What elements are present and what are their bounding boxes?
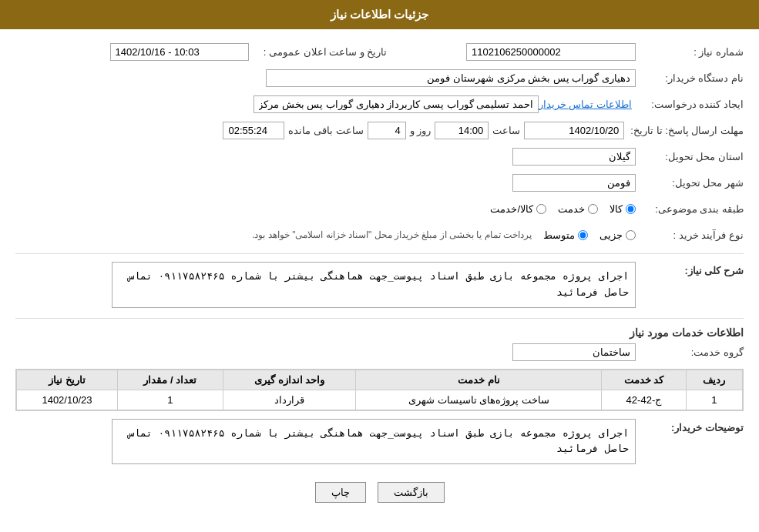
category-row: طبقه بندی موضوعی: کالا خدمت کالا/خدمت xyxy=(15,198,744,219)
description-label: شرح کلی نیاز: xyxy=(636,262,744,276)
requester-input[interactable] xyxy=(254,95,539,113)
divider-2 xyxy=(15,318,744,319)
col-header-name: نام خدمت xyxy=(356,370,602,390)
buyer-notes-section: توضیحات خریدار: اجرای پروژه مجموعه بازی … xyxy=(15,419,744,467)
city-value-cell xyxy=(15,174,636,192)
buyer-org-value-cell xyxy=(15,69,636,87)
page-header: جزئیات اطلاعات نیاز xyxy=(0,0,759,29)
category-radio-kala[interactable] xyxy=(626,204,636,214)
table-row: 1 ج-42-42 ساخت پروژه‌های تاسیسات شهری قر… xyxy=(17,390,743,410)
service-group-row: گروه خدمت: xyxy=(15,343,744,361)
buyer-org-input[interactable] xyxy=(266,69,636,87)
need-number-row: شماره نیاز : تاریخ و ساعت اعلان عمومی : xyxy=(15,41,744,62)
purchase-type-radio-motawaset[interactable] xyxy=(578,230,588,240)
province-label: استان محل تحویل: xyxy=(636,151,744,162)
service-group-input[interactable] xyxy=(512,343,636,361)
buyer-org-label: نام دستگاه خریدار: xyxy=(636,72,744,84)
col-header-row: ردیف xyxy=(686,370,742,390)
purchase-type-label-motawaset: متوسط xyxy=(543,229,575,241)
services-table: ردیف کد خدمت نام خدمت واحد اندازه گیری ت… xyxy=(16,370,743,410)
cell-service-name: ساخت پروژه‌های تاسیسات شهری xyxy=(356,390,602,410)
purchase-type-note: پرداخت تمام یا بخشی از مبلغ خریداز محل "… xyxy=(252,229,532,240)
deadline-label: مهلت ارسال پاسخ: تا تاریخ: xyxy=(624,125,744,136)
city-label: شهر محل تحویل: xyxy=(636,177,744,189)
bottom-buttons: بازگشت چاپ xyxy=(15,482,744,514)
content-area: شماره نیاز : تاریخ و ساعت اعلان عمومی : … xyxy=(0,29,759,526)
category-label-khedmat: خدمت xyxy=(558,203,585,215)
contact-info-link[interactable]: اطلاعات تماس خریدار xyxy=(539,99,632,110)
category-value-cell: کالا خدمت کالا/خدمت xyxy=(15,203,636,215)
province-row: استان محل تحویل: xyxy=(15,146,744,167)
buyer-notes-value-area: اجرای پروژه مجموعه بازی طبق اسناد پیوست_… xyxy=(15,419,636,467)
purchase-type-radio-group: جزیی متوسط xyxy=(543,229,636,241)
description-textarea[interactable]: اجرای پروژه مجموعه بازی طبق اسناد پیوست_… xyxy=(112,262,636,308)
services-table-container: ردیف کد خدمت نام خدمت واحد اندازه گیری ت… xyxy=(15,369,744,411)
purchase-type-option-motawaset: متوسط xyxy=(543,229,588,241)
cell-qty: 1 xyxy=(117,390,223,410)
page-wrapper: جزئیات اطلاعات نیاز شماره نیاز : تاریخ و… xyxy=(0,0,759,532)
deadline-row: مهلت ارسال پاسخ: تا تاریخ: ساعت روز و سا… xyxy=(15,119,744,141)
province-value-cell xyxy=(15,148,636,166)
category-option-khedmat: خدمت xyxy=(558,203,598,215)
requester-row: ایجاد کننده درخواست: اطلاعات تماس خریدار xyxy=(15,93,744,115)
category-radio-group: کالا خدمت کالا/خدمت xyxy=(490,203,636,215)
category-option-kala-khedmat: کالا/خدمت xyxy=(490,203,546,215)
services-section-title: اطلاعات خدمات مورد نیاز xyxy=(15,326,744,339)
description-value-area: اجرای پروژه مجموعه بازی طبق اسناد پیوست_… xyxy=(15,262,636,310)
buyer-notes-textarea[interactable]: اجرای پروژه مجموعه بازی طبق اسناد پیوست_… xyxy=(112,419,636,465)
buyer-notes-label: توضیحات خریدار: xyxy=(636,419,744,433)
announce-date-input[interactable] xyxy=(110,43,249,61)
city-row: شهر محل تحویل: xyxy=(15,172,744,193)
need-number-input[interactable] xyxy=(466,43,636,61)
deadline-value-cell: ساعت روز و ساعت باقی مانده xyxy=(15,122,624,139)
col-header-unit: واحد اندازه گیری xyxy=(223,370,356,390)
col-header-code: کد خدمت xyxy=(602,370,686,390)
back-button[interactable]: بازگشت xyxy=(378,482,445,503)
service-group-label: گروه خدمت: xyxy=(636,346,744,358)
need-number-label: شماره نیاز : xyxy=(636,46,744,58)
need-number-value-cell xyxy=(403,43,636,61)
category-radio-kala-khedmat[interactable] xyxy=(536,204,546,214)
cell-date: 1402/10/23 xyxy=(17,390,118,410)
requester-label: ایجاد کننده درخواست: xyxy=(636,99,744,110)
description-section: شرح کلی نیاز: اجرای پروژه مجموعه بازی طب… xyxy=(15,262,744,310)
cell-row-num: 1 xyxy=(686,390,742,410)
category-option-kala: کالا xyxy=(610,203,636,215)
province-input[interactable] xyxy=(512,148,636,166)
announce-date-value-cell xyxy=(15,43,249,61)
deadline-days-label: روز و xyxy=(410,125,432,136)
category-label-kala-khedmat: کالا/خدمت xyxy=(490,203,533,215)
requester-value-cell: اطلاعات تماس خریدار xyxy=(15,95,636,113)
city-input[interactable] xyxy=(512,174,636,192)
buyer-org-row: نام دستگاه خریدار: xyxy=(15,67,744,89)
purchase-type-row: نوع فرآیند خرید : جزیی متوسط پرداخت تمام… xyxy=(15,224,744,246)
category-label: طبقه بندی موضوعی: xyxy=(636,203,744,215)
divider-1 xyxy=(15,253,744,254)
service-group-value-cell xyxy=(15,343,636,361)
category-radio-khedmat[interactable] xyxy=(588,204,598,214)
deadline-countdown-input[interactable] xyxy=(223,122,284,139)
print-button[interactable]: چاپ xyxy=(315,482,366,503)
header-title: جزئیات اطلاعات نیاز xyxy=(331,8,428,21)
cell-service-code: ج-42-42 xyxy=(602,390,686,410)
cell-unit: قرارداد xyxy=(223,390,356,410)
col-header-date: تاریخ نیاز xyxy=(17,370,118,390)
deadline-time-input[interactable] xyxy=(435,122,489,139)
purchase-type-option-jozii: جزیی xyxy=(599,229,636,241)
purchase-type-value-cell: جزیی متوسط پرداخت تمام یا بخشی از مبلغ خ… xyxy=(15,229,636,241)
purchase-type-label-jozii: جزیی xyxy=(599,229,623,241)
deadline-time-label: ساعت xyxy=(492,125,520,136)
deadline-date-input[interactable] xyxy=(524,122,624,139)
announce-date-label: تاریخ و ساعت اعلان عمومی : xyxy=(249,46,388,58)
deadline-countdown-label: ساعت باقی مانده xyxy=(288,125,363,136)
deadline-days-input[interactable] xyxy=(368,122,406,139)
category-label-kala: کالا xyxy=(610,203,623,215)
purchase-type-label: نوع فرآیند خرید : xyxy=(636,229,744,241)
col-header-qty: تعداد / مقدار xyxy=(117,370,223,390)
purchase-type-radio-jozii[interactable] xyxy=(626,230,636,240)
